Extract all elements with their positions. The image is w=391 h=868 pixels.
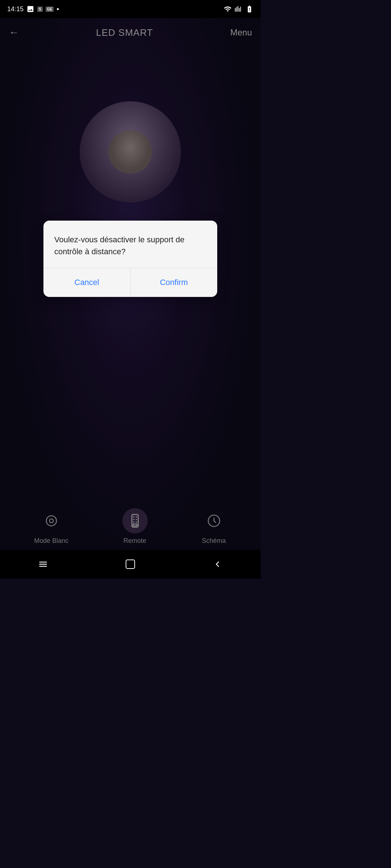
back-nav-icon bbox=[213, 559, 223, 569]
status-right bbox=[224, 5, 253, 13]
system-home-button[interactable] bbox=[125, 558, 136, 570]
status-bar: 14:15 S GE • bbox=[0, 0, 261, 18]
status-left: 14:15 S GE • bbox=[7, 5, 59, 13]
status-time: 14:15 bbox=[7, 5, 24, 13]
dialog-actions: Cancel Confirm bbox=[43, 268, 217, 297]
recent-apps-icon bbox=[38, 559, 48, 569]
confirm-button[interactable]: Confirm bbox=[131, 268, 218, 297]
home-icon bbox=[125, 558, 136, 570]
confirm-dialog: Voulez-vous désactiver le support de con… bbox=[43, 221, 217, 297]
dialog-content: Voulez-vous désactiver le support de con… bbox=[43, 221, 217, 268]
signal-icon bbox=[235, 5, 243, 13]
photo-icon bbox=[26, 5, 34, 13]
ge-icon: GE bbox=[46, 7, 54, 12]
cancel-button[interactable]: Cancel bbox=[43, 268, 131, 297]
system-recent-button[interactable] bbox=[38, 559, 48, 569]
s-icon: S bbox=[37, 7, 43, 12]
status-dot: • bbox=[56, 5, 59, 13]
dialog-message: Voulez-vous désactiver le support de con… bbox=[54, 234, 206, 258]
svg-rect-11 bbox=[126, 560, 135, 569]
dialog-overlay: Voulez-vous désactiver le support de con… bbox=[0, 18, 261, 557]
wifi-icon bbox=[224, 5, 232, 13]
battery-icon bbox=[245, 5, 253, 13]
system-back-button[interactable] bbox=[213, 559, 223, 569]
